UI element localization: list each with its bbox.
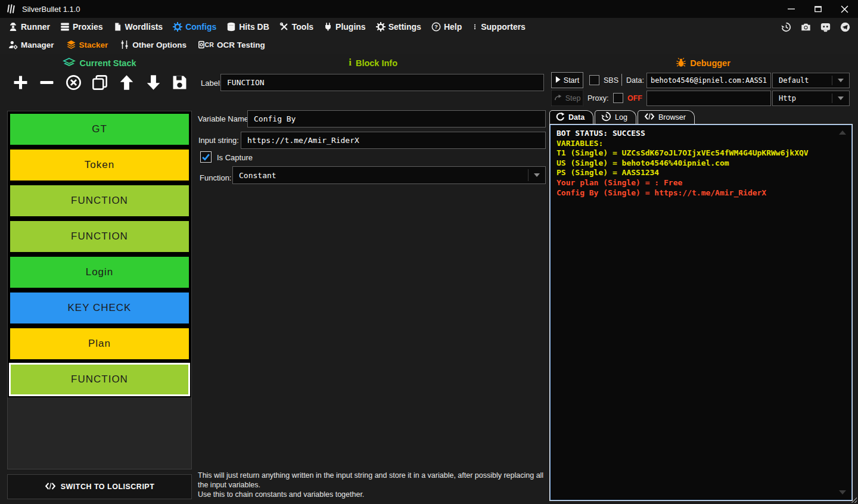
proxy-input[interactable]: [646, 91, 771, 106]
input-string-caption: Input string:: [198, 136, 239, 145]
stack-block-plan[interactable]: Plan: [10, 328, 189, 359]
stack-block-gt[interactable]: GT: [10, 114, 189, 145]
step-button[interactable]: Step: [551, 90, 583, 106]
menu-item-tools[interactable]: Tools: [279, 22, 313, 32]
subnav-item-ocr-testing[interactable]: CROCR Testing: [198, 40, 265, 49]
add-block-button[interactable]: [11, 74, 30, 93]
tools-icon: [279, 22, 289, 32]
code-icon: [644, 113, 655, 122]
log-line: US (Single) = behoto4546%40ipniel.com: [557, 158, 845, 169]
start-button[interactable]: Start: [551, 72, 583, 88]
switch-to-loliscript-button[interactable]: SWITCH TO LOLISCRIPT: [7, 474, 192, 499]
gear-icon: [173, 22, 182, 32]
arrow-up-icon: [119, 74, 135, 93]
discord-icon[interactable]: [818, 20, 832, 34]
is-capture-checkbox[interactable]: [200, 151, 212, 163]
gear-icon: [376, 22, 386, 32]
menu-item-proxies[interactable]: Proxies: [60, 22, 103, 32]
arrow-down-icon: [145, 74, 161, 93]
stack-list: GTTokenFUNCTIONFUNCTIONLoginKEY CHECKPla…: [7, 111, 192, 469]
stack-block-token[interactable]: Token: [10, 150, 189, 181]
remove-block-button[interactable]: [38, 74, 57, 93]
proxy-checkbox[interactable]: [613, 93, 623, 103]
proxy-type-dropdown[interactable]: Http: [772, 91, 850, 106]
tab-browser[interactable]: Browser: [638, 110, 695, 124]
label-input[interactable]: [220, 74, 544, 91]
telegram-icon[interactable]: [838, 20, 852, 34]
menu-item-plugins[interactable]: Plugins: [324, 22, 366, 32]
log-line: VARIABLES:: [557, 139, 845, 149]
scroll-down-icon[interactable]: [839, 490, 846, 494]
menu-item-help[interactable]: ?Help: [431, 22, 462, 32]
subnav-item-manager[interactable]: Manager: [8, 40, 54, 49]
circle-x-icon: [66, 74, 82, 93]
app-logo-icon: [6, 4, 17, 14]
svg-text:i: i: [349, 57, 352, 67]
debugger-title: Debugger: [690, 58, 730, 68]
clone-block-button[interactable]: [91, 74, 110, 93]
menu-item-configs[interactable]: Configs: [173, 22, 216, 32]
refresh-icon: [556, 112, 565, 123]
ocr-icon: CR: [198, 40, 214, 49]
menu-item-hits-db[interactable]: Hits DB: [226, 22, 269, 32]
log-line: PS (Single) = AASS1234: [557, 168, 845, 178]
help-icon: ?: [431, 22, 441, 32]
subnav-item-stacker[interactable]: Stacker: [66, 40, 108, 49]
stack-block-function[interactable]: FUNCTION: [10, 185, 189, 216]
block-info-title: Block Info: [356, 58, 397, 68]
info-icon: i: [347, 57, 353, 69]
variable-name-input[interactable]: [247, 110, 546, 127]
input-string-input[interactable]: [241, 132, 546, 149]
log-line: T1 (Single) = UZCsSdK67oJL7OIjxVEc54fWM4…: [557, 148, 845, 158]
stack-block-function[interactable]: FUNCTION: [10, 364, 189, 395]
subnav-item-other-options[interactable]: Other Options: [120, 40, 186, 49]
scroll-up-icon[interactable]: [839, 130, 846, 135]
debug-log-panel: BOT STATUS: SUCCESSVARIABLES:T1 (Single)…: [549, 124, 853, 501]
variable-name-caption: Variable Name:: [198, 114, 251, 123]
runner-icon: [8, 22, 18, 32]
dots-icon: [472, 22, 478, 32]
close-button[interactable]: [831, 0, 858, 18]
is-capture-label: Is Capture: [217, 153, 253, 162]
move-up-button[interactable]: [117, 74, 136, 93]
function-caption: Function:: [200, 173, 231, 182]
debug-data-input[interactable]: [646, 73, 771, 88]
menu-item-settings[interactable]: Settings: [376, 22, 421, 32]
camera-icon[interactable]: [798, 20, 813, 34]
plug-icon: [324, 22, 332, 32]
disable-block-button[interactable]: [64, 74, 83, 93]
current-stack-title: Current Stack: [79, 58, 136, 68]
menu-item-runner[interactable]: Runner: [8, 22, 50, 32]
copy-icon: [92, 74, 108, 93]
wordlist-type-dropdown[interactable]: Default: [772, 73, 850, 88]
check-icon: [201, 153, 210, 161]
sbs-label: SBS: [604, 76, 618, 85]
tab-log[interactable]: Log: [595, 110, 636, 124]
menu-item-wordlists[interactable]: Wordlists: [113, 22, 163, 32]
layers-diamond-icon: [63, 58, 76, 69]
minus-icon: [39, 74, 55, 93]
maximize-button[interactable]: [804, 0, 831, 18]
stack-block-key-check[interactable]: KEY CHECK: [10, 293, 189, 323]
block-info-header: i Block Info: [197, 56, 548, 70]
document-icon: [113, 22, 122, 32]
stack-toolbar: [11, 73, 189, 94]
minimize-button[interactable]: [778, 0, 804, 18]
history-icon[interactable]: [779, 20, 793, 34]
main-menu: RunnerProxiesWordlistsConfigsHits DBTool…: [0, 18, 858, 36]
move-down-button[interactable]: [144, 74, 163, 93]
configs-subnav: ManagerStackerOther OptionsCROCR Testing: [0, 36, 858, 54]
tab-data[interactable]: Data: [549, 110, 593, 124]
save-icon: [172, 74, 188, 93]
debug-log-content[interactable]: BOT STATUS: SUCCESSVARIABLES:T1 (Single)…: [550, 125, 852, 500]
function-value: Constant: [233, 171, 528, 180]
chevron-down-icon: [832, 79, 849, 82]
function-dropdown[interactable]: Constant: [232, 166, 546, 184]
block-description: This will just return anything written i…: [198, 471, 547, 499]
sbs-checkbox[interactable]: [589, 75, 599, 85]
stack-block-login[interactable]: Login: [10, 257, 189, 288]
separator: [621, 74, 622, 86]
stack-block-function[interactable]: FUNCTION: [10, 221, 189, 252]
save-config-button[interactable]: [170, 74, 189, 93]
menu-item-supporters[interactable]: Supporters: [472, 22, 526, 32]
